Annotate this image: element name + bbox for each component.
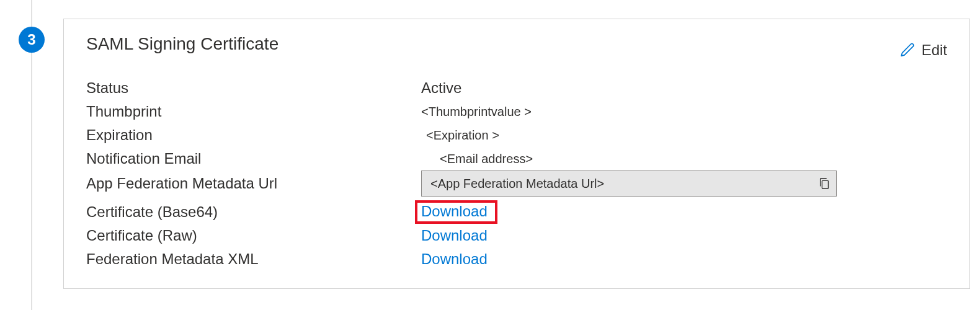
download-cert-raw-link[interactable]: Download — [421, 227, 488, 244]
row-status: Status Active — [86, 76, 947, 100]
label-federation-url: App Federation Metadata Url — [86, 175, 421, 192]
row-cert-raw: Certificate (Raw) Download — [86, 224, 947, 247]
value-notification-email: <Email address> — [421, 152, 533, 166]
step-badge: 3 — [19, 27, 45, 53]
field-rows: Status Active Thumbprint <Thumbprintvalu… — [86, 76, 947, 271]
label-cert-base64: Certificate (Base64) — [86, 203, 421, 221]
label-expiration: Expiration — [86, 126, 421, 144]
label-thumbprint: Thumbprint — [86, 103, 421, 120]
label-notification-email: Notification Email — [86, 150, 421, 167]
download-metadata-xml-link[interactable]: Download — [421, 250, 488, 268]
edit-button[interactable]: Edit — [899, 42, 947, 59]
value-expiration: <Expiration > — [421, 128, 499, 143]
row-thumbprint: Thumbprint <Thumbprintvalue > — [86, 100, 947, 123]
row-federation-url: App Federation Metadata Url <App Federat… — [86, 170, 947, 197]
row-cert-base64: Certificate (Base64) Download — [86, 200, 947, 224]
value-status: Active — [421, 79, 461, 97]
label-metadata-xml: Federation Metadata XML — [86, 250, 421, 268]
label-cert-raw: Certificate (Raw) — [86, 227, 421, 244]
download-cert-base64-link[interactable]: Download — [415, 200, 497, 224]
label-status: Status — [86, 79, 421, 97]
row-notification-email: Notification Email <Email address> — [86, 147, 947, 170]
row-metadata-xml: Federation Metadata XML Download — [86, 247, 947, 271]
saml-signing-certificate-card: SAML Signing Certificate Edit Status Act… — [63, 19, 970, 289]
copy-icon[interactable] — [817, 177, 831, 190]
row-expiration: Expiration <Expiration > — [86, 123, 947, 147]
pencil-icon — [899, 42, 915, 58]
federation-url-field[interactable]: <App Federation Metadata Url> — [421, 170, 837, 197]
edit-label: Edit — [922, 42, 947, 59]
federation-url-value: <App Federation Metadata Url> — [430, 177, 817, 191]
value-thumbprint: <Thumbprintvalue > — [421, 105, 532, 119]
card-header: SAML Signing Certificate Edit — [86, 34, 947, 59]
svg-rect-0 — [822, 180, 828, 188]
card-title: SAML Signing Certificate — [86, 34, 278, 54]
